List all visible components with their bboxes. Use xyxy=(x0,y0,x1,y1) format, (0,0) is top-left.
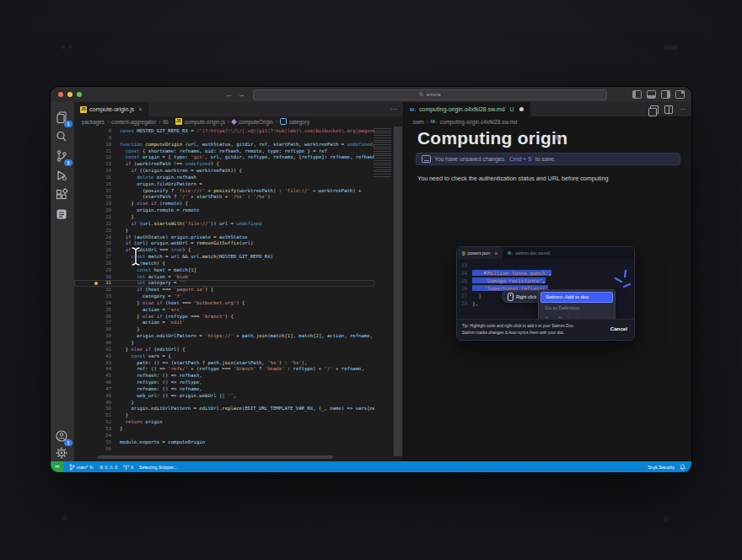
minimap[interactable] xyxy=(374,128,391,177)
code-line[interactable]: 42 const vars = { xyxy=(74,353,374,360)
code-line[interactable]: 50 origin.editUrlPattern = editUrl.repla… xyxy=(74,406,374,412)
minimize-window-button[interactable] xyxy=(67,92,73,97)
code-line[interactable]: 23 } xyxy=(74,228,374,234)
extensions-icon[interactable] xyxy=(55,188,70,203)
tab-compute-origin-js[interactable]: JS compute-origin.js × xyxy=(74,102,148,116)
code-line[interactable]: 16 origin.fileUriPattern = xyxy=(74,181,374,188)
code-line[interactable]: 48 web_url: () => origin.webUrl || '', xyxy=(74,393,374,400)
context-menu-item[interactable]: Go to Definition xyxy=(540,303,613,314)
popup-tab-swimm-doc[interactable]: M↓ swimm-doc.sw.md xyxy=(503,247,555,259)
remote-indicator[interactable]: >< xyxy=(51,461,63,472)
code-line[interactable]: 9 xyxy=(74,135,374,142)
ports-status[interactable]: 0 xyxy=(123,464,133,471)
problems-status[interactable]: ⊘ 0 ⚠ 0 xyxy=(99,465,117,470)
search-view-icon[interactable] xyxy=(55,130,70,145)
toggle-sidebar-icon[interactable] xyxy=(632,90,642,99)
toggle-secondary-sidebar-icon[interactable] xyxy=(661,90,670,99)
code-line[interactable]: 54 xyxy=(74,433,374,439)
code-line[interactable]: 15 delete origin.refhash xyxy=(74,175,374,181)
vertical-scrollbar[interactable] xyxy=(394,127,402,456)
swimm-extension-icon[interactable] xyxy=(55,207,70,223)
code-line[interactable]: 20 origin.remote = remote xyxy=(74,207,374,214)
code-line[interactable]: 49 } xyxy=(74,400,374,407)
close-window-button[interactable] xyxy=(58,92,63,97)
code-line[interactable]: 52 return origin xyxy=(74,419,374,426)
code-line[interactable]: 47 refname: () => refname, xyxy=(74,386,374,393)
context-menu-item[interactable]: Swimm: Add to doc xyxy=(540,292,613,303)
code-line[interactable]: 31 let category = '' xyxy=(74,280,374,287)
code-line[interactable]: 43 path: () => (startPath ? path.join(st… xyxy=(74,360,374,367)
code-line[interactable]: 32 if (host === 'pagure.io') { xyxy=(74,287,374,293)
more-actions-icon[interactable]: ··· xyxy=(390,105,397,113)
code-line[interactable]: 37 action = 'edit' xyxy=(74,320,374,326)
code-line[interactable]: 17 (posixify ? 'file:///' + posixify(wor… xyxy=(74,188,374,195)
code-line[interactable]: 21 } xyxy=(74,214,374,221)
code-line[interactable]: 8const HOSTED_GIT_REPO_RX = /^(?:https?:… xyxy=(74,128,374,135)
code-line[interactable]: 22 if (url.startsWith('file://')) url = … xyxy=(74,221,374,228)
code-line[interactable]: 44 ref: () => 'refs/' + (reftype === 'br… xyxy=(74,366,374,373)
code-line[interactable]: 56 xyxy=(74,446,374,453)
code-line[interactable]: 39 origin.editUrlPattern = 'https://' + … xyxy=(74,333,374,340)
customize-layout-icon[interactable] xyxy=(675,90,685,99)
close-tab-icon[interactable]: × xyxy=(138,106,142,112)
split-editor-icon[interactable] xyxy=(664,105,673,114)
code-line[interactable]: 36 } else if (reftype === 'branch') { xyxy=(74,314,374,320)
close-tab-icon[interactable]: × xyxy=(494,250,497,256)
cancel-button[interactable]: Cancel xyxy=(610,326,627,331)
code-line[interactable]: 41 } else if (editUrl) { xyxy=(74,347,374,353)
toggle-panel-icon[interactable] xyxy=(647,90,656,99)
zoom-window-button[interactable] xyxy=(77,92,82,97)
breadcrumb-item[interactable]: content-aggregator xyxy=(111,119,156,125)
forward-arrow-button[interactable]: → xyxy=(238,88,245,101)
code-line[interactable]: 13 if (worktreePath !== undefined) { xyxy=(74,161,374,168)
code-line[interactable]: 30 let action = 'blob' xyxy=(74,274,374,281)
horizontal-scrollbar[interactable] xyxy=(97,455,333,459)
sync-icon[interactable]: ↻ xyxy=(89,465,94,470)
settings-gear-icon[interactable] xyxy=(55,446,70,461)
breadcrumb-item[interactable]: .swm xyxy=(411,119,424,125)
code-line[interactable]: 10function computeOrigin (url, authStatu… xyxy=(74,142,374,148)
back-arrow-button[interactable]: ← xyxy=(225,88,233,101)
code-line[interactable]: 38 } xyxy=(74,326,374,333)
context-menu-item[interactable]: Go to Declaration xyxy=(540,314,613,318)
code-line[interactable]: 19 } else if (remote) { xyxy=(74,201,374,207)
code-line[interactable]: 14 if ((origin.worktree = worktreePath))… xyxy=(74,168,374,175)
code-line[interactable]: 27 const match = url && url.match(HOSTED… xyxy=(74,254,374,261)
code-line[interactable]: 45 refhash: () => refhash, xyxy=(74,373,374,380)
breadcrumb-item[interactable]: category xyxy=(289,119,309,125)
unsaved-dot-icon[interactable] xyxy=(519,107,524,111)
code-line[interactable]: 46 reftype: () => reftype, xyxy=(74,380,374,386)
code-line[interactable]: 51 } xyxy=(74,412,374,419)
open-changes-icon[interactable] xyxy=(650,105,659,114)
code-line[interactable]: 34 } else if (host === 'bitbucket.org') … xyxy=(74,300,374,307)
code-line[interactable]: 33 category = 'f' xyxy=(74,293,374,300)
explorer-icon[interactable]: 1 xyxy=(55,110,70,126)
breadcrumb-item[interactable]: computeOrigin xyxy=(239,119,273,125)
snyk-security-status[interactable]: Snyk Security xyxy=(648,465,675,470)
breadcrumb-item[interactable]: packages xyxy=(82,119,105,125)
popup-tab-powers-json[interactable]: {} powers.json × xyxy=(457,247,503,259)
code-line[interactable]: 40 } xyxy=(74,340,374,347)
code-line[interactable]: 35 action = 'src' xyxy=(74,307,374,314)
code-line[interactable]: 26 if (editUrl === true) { xyxy=(74,247,374,254)
code-line[interactable]: 24 if (authStatus) origin.private = auth… xyxy=(74,234,374,241)
breadcrumb-item[interactable]: compute-origin.js xyxy=(185,119,225,125)
run-debug-icon[interactable] xyxy=(55,169,70,184)
edit-title-pencil-icon[interactable]: ✎ xyxy=(554,133,562,144)
code-line[interactable]: 25 if (url) origin.webUrl = removeGitSuf… xyxy=(74,240,374,247)
branch-status[interactable]: main* ↻ xyxy=(69,464,94,471)
notifications-bell-icon[interactable] xyxy=(680,464,686,471)
code-editor[interactable]: 8const HOSTED_GIT_REPO_RX = /^(?:https?:… xyxy=(74,127,403,461)
accounts-icon[interactable]: 1 xyxy=(55,429,70,444)
tab-computing-origin-md[interactable]: M↓ computing-origin.o4xfkl28.sw.md U xyxy=(404,102,530,116)
code-line[interactable]: 28 if (match) { xyxy=(74,261,374,267)
command-center-search[interactable]: antora xyxy=(253,89,607,100)
more-actions-icon[interactable]: ··· xyxy=(679,105,686,113)
breadcrumb-item[interactable]: computing-origin.o4xfkl28.sw.md xyxy=(440,119,517,125)
source-control-icon[interactable]: 3 xyxy=(55,149,70,164)
code-line[interactable]: 12 const origin = { type: 'git', url, gi… xyxy=(74,154,374,161)
code-line[interactable]: 53} xyxy=(74,426,374,433)
code-line[interactable]: 18 (startPath ? '/' + startPath + '/%s' … xyxy=(74,194,374,201)
code-line[interactable]: 55module.exports = computeOrigin xyxy=(74,439,374,446)
code-line[interactable]: 11 const { shortname: refname, oid: refh… xyxy=(74,148,374,155)
